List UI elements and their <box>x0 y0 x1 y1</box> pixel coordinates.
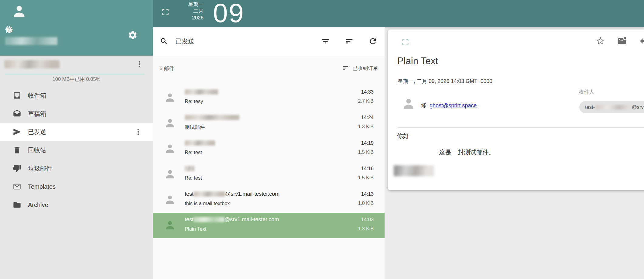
user-avatar-icon <box>12 4 27 19</box>
recipient-prefix: test- <box>585 104 595 110</box>
folder-label: 收件箱 <box>28 91 46 100</box>
sidebar-item-inbox[interactable]: 收件箱 <box>0 86 153 105</box>
message-size: 1.3 KiB <box>358 124 374 129</box>
message-subject: Re: test <box>185 150 202 155</box>
list-toolbar <box>321 37 377 46</box>
message-size: 1.0 KiB <box>358 201 374 206</box>
message-size: 1.5 KiB <box>358 150 374 155</box>
quota-progress-bar <box>5 74 145 75</box>
message-sender <box>185 165 194 172</box>
sidebar-item-trash[interactable]: 回收站 <box>0 141 153 159</box>
filter-button[interactable] <box>321 37 330 46</box>
sort-order-button[interactable]: 已收到订单 <box>342 64 378 72</box>
folder-label: 草稿箱 <box>28 110 46 118</box>
message-sender <box>185 140 215 146</box>
body-greeting: 你好 <box>397 132 409 140</box>
filter-icon <box>321 37 330 46</box>
date-month: 二月 <box>171 8 204 15</box>
sidebar-item-drafts[interactable]: 草稿箱 <box>0 105 153 123</box>
body-text: 这是一封测试邮件。 <box>439 148 495 157</box>
templates-icon <box>13 182 21 191</box>
message-title: Plain Text <box>397 56 438 67</box>
account-selector[interactable] <box>0 56 153 73</box>
account-menu-button[interactable] <box>135 60 144 69</box>
message-date: 星期一, 二月 09, 2026 14:03 GMT+0000 <box>398 78 492 85</box>
message-view: Plain Text 星期一, 二月 09, 2026 14:03 GMT+00… <box>388 29 644 190</box>
message-row[interactable]: Re: test 14:16 1.5 KiB <box>153 162 385 187</box>
sender-redacted <box>185 115 239 120</box>
date-day: 09 <box>213 0 245 29</box>
message-time: 14:19 <box>361 140 374 146</box>
date-year: 2026 <box>171 15 204 21</box>
sent-icon <box>13 128 21 136</box>
account-name-redacted <box>4 60 60 68</box>
folder-menu-button[interactable] <box>134 127 143 136</box>
sort-icon <box>345 37 354 46</box>
kebab-icon <box>134 127 143 136</box>
sender-redacted <box>185 89 218 95</box>
settings-button[interactable] <box>128 30 138 40</box>
archive-icon <box>13 201 21 209</box>
reply-button[interactable] <box>639 36 644 46</box>
message-time: 14:24 <box>361 115 374 120</box>
folder-label: 回收站 <box>28 146 46 154</box>
folder-label: 垃圾邮件 <box>28 164 52 173</box>
drafts-icon <box>13 109 21 118</box>
message-sender <box>185 114 239 121</box>
folder-label: Archive <box>28 201 48 208</box>
message-rows: Re: tesy 14:33 2.7 KiB 测试邮件 14:24 1.3 Ki… <box>153 85 385 238</box>
message-list-panel: 已发送 6 邮件 已收到订单 <box>153 27 385 279</box>
junk-icon <box>13 164 21 173</box>
folder-label: 已发送 <box>28 128 46 136</box>
message-row-selected[interactable]: test@srv1.mail-tester.com Plain Text 14:… <box>153 213 385 238</box>
message-subject: Re: test <box>185 175 202 181</box>
signature-redacted <box>394 165 434 176</box>
message-size: 2.7 KiB <box>358 98 374 104</box>
sidebar-item-templates[interactable]: Templates <box>0 177 153 196</box>
message-time: 14:03 <box>361 217 374 222</box>
message-count: 6 邮件 <box>159 65 174 72</box>
recipient-chip[interactable]: test- @srv1.ma <box>579 101 644 113</box>
folder-list: 收件箱 草稿箱 已发送 回收站 垃圾邮件 <box>0 86 153 214</box>
quota-text: 100 MB中已用 0.05% <box>0 76 153 83</box>
sidebar-item-sent[interactable]: 已发送 <box>0 123 153 141</box>
sort-button[interactable] <box>345 37 354 46</box>
message-row[interactable]: Re: test 14:19 1.5 KiB <box>153 136 385 162</box>
message-sender: test@srv1.mail-tester.com <box>185 191 279 197</box>
message-size: 1.5 KiB <box>358 175 374 181</box>
star-button[interactable] <box>596 36 605 46</box>
sidebar: 修 100 MB中已用 0.05% 收件箱 草稿箱 <box>0 0 153 279</box>
sender-line: 修ghost@sprirt.space <box>421 102 477 109</box>
sidebar-header: 修 <box>0 0 153 56</box>
sender-redacted <box>194 191 225 197</box>
star-icon <box>596 36 605 46</box>
date-weekday: 星期一 <box>171 1 204 8</box>
kebab-icon <box>135 60 144 69</box>
sender-redacted <box>185 166 194 171</box>
sender-redacted <box>194 217 224 222</box>
list-expand-button[interactable] <box>161 8 170 16</box>
avatar-icon <box>164 168 176 180</box>
date-stack: 星期一 二月 2026 <box>171 1 204 21</box>
message-row[interactable]: Re: tesy 14:33 2.7 KiB <box>153 85 385 111</box>
sidebar-item-archive[interactable]: Archive <box>0 196 153 214</box>
user-email-redacted <box>5 37 57 45</box>
sidebar-item-junk[interactable]: 垃圾邮件 <box>0 159 153 177</box>
mark-unread-button[interactable] <box>617 36 627 46</box>
folder-label: Templates <box>28 183 56 190</box>
refresh-button[interactable] <box>368 37 377 46</box>
message-subject: Plain Text <box>185 226 206 232</box>
message-time: 14:16 <box>361 166 374 171</box>
message-expand-button[interactable] <box>401 38 409 46</box>
message-row[interactable]: 测试邮件 14:24 1.3 KiB <box>153 111 385 136</box>
sender-email-link[interactable]: ghost@sprirt.space <box>430 102 477 108</box>
message-row[interactable]: test@srv1.mail-tester.com this is a mail… <box>153 187 385 213</box>
expand-icon <box>161 8 170 16</box>
search-bar[interactable]: 已发送 <box>153 27 385 56</box>
avatar-icon <box>164 92 176 103</box>
search-scope-label: 已发送 <box>175 37 194 46</box>
message-sender: test@srv1.mail-tester.com <box>185 216 279 223</box>
search-icon <box>160 37 168 46</box>
trash-icon <box>13 146 21 154</box>
date-banner: 星期一 二月 2026 09 <box>153 0 644 27</box>
